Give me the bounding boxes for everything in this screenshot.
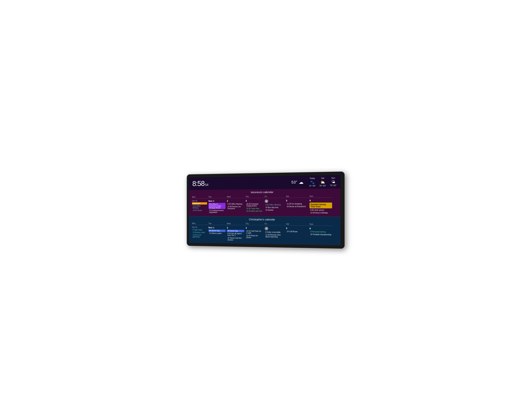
c-event-yoga: 8 Yoga Class xyxy=(192,229,207,231)
veronica-calendar: Veronica's calendar Mon Tue Wed Thu Fri … xyxy=(189,188,340,216)
v-day-2: 2 9:30 Office Meeting 15:45 Renew Car In… xyxy=(226,199,245,215)
forecast-today-icon: 🐾 xyxy=(309,180,316,184)
v-event-dentist: 16 Dentist xyxy=(264,209,284,211)
forecast-sat-temps: 75° 53° xyxy=(319,185,326,187)
v-event-shopping: 11:30 Go shopping xyxy=(286,203,308,205)
c-event-tennis: 16 Tennis club first session xyxy=(227,237,244,241)
header-bar: 8:58 54 53° ☁ Today 🐾 71° 43° Sat ⛅ xyxy=(189,175,340,190)
veronica-days: Oct 31 Halloween 9:30 Office Meeting 19:… xyxy=(191,198,338,215)
v-day-6: 6 Daylight Saving Time ends 9:30 Josh so… xyxy=(309,198,333,215)
v-date-oct31: Oct 31 xyxy=(192,200,207,202)
c-header-thu: Thu xyxy=(245,222,264,225)
v-event-car: 15:45 Renew Car Insurance xyxy=(227,205,244,210)
v-event-halloween: Halloween xyxy=(192,202,207,205)
c-header-wed: Wed xyxy=(226,222,245,225)
v-header-fri: Fri xyxy=(264,195,285,198)
tv-screen: 8:58 54 53° ☁ Today 🐾 71° 43° Sat ⛅ xyxy=(189,175,340,245)
c-day-5: 5 14 Call Bryan xyxy=(285,226,309,243)
v-event-offmeet1: 9:30 Office Meeting xyxy=(192,205,207,209)
c-header-sun: Sun xyxy=(309,223,333,226)
v-date-6: 6 xyxy=(309,199,332,202)
c-day-3: 3 10:15 Call Peter for a walk 13:30 Plac… xyxy=(245,226,264,243)
v-event-daylight: Daylight Saving Time ends xyxy=(309,202,332,208)
c-event-football: 10 Football championship xyxy=(309,233,332,236)
weather-current: 53° ☁ xyxy=(291,179,303,185)
c-date-3: 3 xyxy=(245,226,263,229)
c-event-papers: 8:45 Get all papers from Tim J. xyxy=(227,232,244,237)
c-header-tue: Tue xyxy=(208,222,226,225)
v-header-thu: Thu xyxy=(245,195,264,198)
current-temp: 53° xyxy=(291,180,297,185)
c-day-oct31: Oct 31 8 Yoga Class 10 Grocery store 12:… xyxy=(191,225,208,242)
v-event-company: 16:30 Company Charity Event xyxy=(245,203,263,207)
forecast-sun-label: Sun xyxy=(330,177,337,179)
current-weather-icon: ☁ xyxy=(299,179,303,185)
c-event-local: 12:30 Local gathering xyxy=(192,234,207,238)
c-day-nov1: Nov 1 All Saints' Day 12 Select a paint xyxy=(208,225,226,242)
v-header-tue: Tue xyxy=(208,195,226,198)
forecast-sat: Sat ⛅ 75° 53° xyxy=(319,177,326,187)
forecast-sun-icon: 🌤 xyxy=(330,179,337,184)
forecast-sun: Sun 🌤 73° 62° xyxy=(330,177,337,187)
v-event-tennis: 19:30 Tennis xyxy=(192,209,207,212)
v-event-offmeet3: 9:30 Office Meeting xyxy=(264,204,284,206)
v-event-josh-soccer: 9:30 Josh soccer xyxy=(309,209,332,211)
c-event-kettle: 8 Order a tea kettle xyxy=(264,231,284,233)
v-event-meet-tom: 20:45 Meet with Tom xyxy=(245,210,263,212)
c-date-5: 5 xyxy=(286,227,308,230)
v-header-wed: Wed xyxy=(226,195,245,198)
v-date-5: 5 xyxy=(286,199,308,202)
c-day-6: 6 9 Personal training 10 Football champi… xyxy=(309,226,333,244)
forecast-sun-temps: 73° 62° xyxy=(330,184,337,187)
v-date-3: 3 xyxy=(245,199,263,202)
c-date-2: 2 xyxy=(227,226,244,229)
c-event-paint: 12 Select a paint xyxy=(208,232,225,234)
forecast-sat-label: Sat xyxy=(319,177,326,179)
v-day-5: 5 11:30 Go shopping 18 Dinner at Grandma… xyxy=(285,198,309,215)
v-date-2: 2 xyxy=(227,199,244,202)
tv-frame: 8:58 54 53° ☁ Today 🐾 71° 43° Sat ⛅ xyxy=(187,171,344,249)
c-event-peter: 10:15 Call Peter for a walk xyxy=(245,230,263,234)
v-header-sat: Sat xyxy=(285,195,309,198)
veronica-title: Veronica's calendar xyxy=(191,190,338,194)
v-header-mon: Mon xyxy=(191,195,208,198)
c-header-fri: Fri xyxy=(264,222,285,225)
clock-seconds: 54 xyxy=(205,183,208,187)
c-event-place: 13:30 Place for Dinner xyxy=(245,234,263,239)
v-day-3: 3 16:30 Company Charity Event 19:30 Yoga… xyxy=(245,199,264,215)
c-date-nov1: Nov 1 xyxy=(208,226,225,229)
c-event-grocery: 10 Grocery store xyxy=(192,231,207,233)
v-day-nov1: Nov 1 First Day of American Indian Herit… xyxy=(208,199,226,215)
v-event-dogfood: 15 Buy dog food xyxy=(264,206,284,208)
v-today-circle: 4 xyxy=(264,199,268,203)
c-day-2: 2 All Souls' Day 8:45 Get all papers fro… xyxy=(226,226,245,242)
c-event-allsaints: All Saints' Day xyxy=(208,229,225,232)
c-date-6: 6 xyxy=(309,227,332,230)
v-event-yoga: 19:30 Yoga class xyxy=(245,207,263,209)
v-event-heritage: First Day of American Indian Heritage Mo… xyxy=(208,203,225,209)
v-event-cooking: 13 Cooking lessons registration xyxy=(208,209,225,214)
c-day-4: 4 8 Order a tea kettle 11:30 Remind John… xyxy=(264,226,285,243)
c-event-allsouls: All Souls' Day xyxy=(227,230,244,232)
v-event-anny: 13:30 Anny's birthday xyxy=(309,212,332,214)
c-today-circle: 4 xyxy=(264,227,268,230)
clock-section: 8:58 54 xyxy=(192,179,208,188)
forecast-sat-icon: ⛅ xyxy=(319,180,326,184)
forecast-today-label: Today xyxy=(309,177,316,179)
christopher-calendar: Christopher's calendar Mon Tue Wed Thu F… xyxy=(189,216,340,245)
c-event-training: 9 Personal training xyxy=(309,230,332,233)
v-day-oct31: Oct 31 Halloween 9:30 Office Meeting 19:… xyxy=(191,199,208,215)
c-date-oct31: Oct 31 xyxy=(192,226,207,228)
forecast-today: Today 🐾 71° 43° xyxy=(309,177,316,187)
forecast-today-temps: 71° 43° xyxy=(309,185,316,187)
weather-forecast: Today 🐾 71° 43° Sat ⛅ 75° 53° Sun 🌤 xyxy=(309,177,337,187)
christopher-days: Oct 31 8 Yoga Class 10 Grocery store 12:… xyxy=(191,225,338,244)
v-event-offmeet2: 9:30 Office Meeting xyxy=(227,203,244,205)
c-header-mon: Mon xyxy=(191,222,208,225)
v-day-4: 4 9:30 Office Meeting 15 Buy dog food 16… xyxy=(264,199,285,215)
v-header-sun: Sun xyxy=(309,195,333,198)
c-event-john: 11:30 Remind John about wasching xyxy=(264,233,284,238)
v-date-nov1: Nov 1 xyxy=(208,200,225,202)
christopher-title: Christopher's calendar xyxy=(191,218,338,221)
v-event-dinner-grandma: 18 Dinner at Grandma's xyxy=(286,205,308,207)
